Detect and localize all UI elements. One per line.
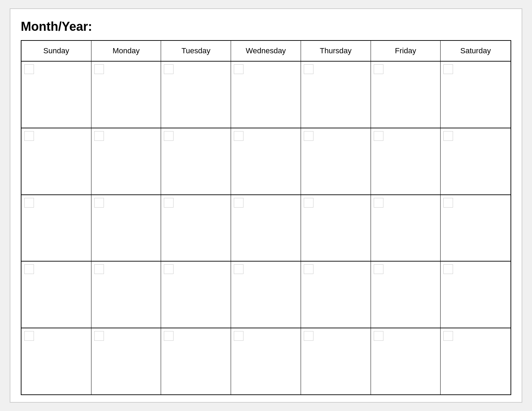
week-row-3 <box>21 195 511 262</box>
day-cell[interactable] <box>21 128 91 194</box>
date-number-box <box>234 198 243 208</box>
header-tuesday: Tuesday <box>161 41 231 61</box>
date-number-box <box>24 264 34 274</box>
day-cell[interactable] <box>301 328 371 394</box>
day-cell[interactable] <box>231 62 301 128</box>
day-cell[interactable] <box>301 195 371 261</box>
day-cell[interactable] <box>161 328 231 394</box>
day-cell[interactable] <box>231 195 301 261</box>
day-cell[interactable] <box>21 195 91 261</box>
day-cell[interactable] <box>371 62 441 128</box>
week-row-2 <box>21 128 511 195</box>
day-cell[interactable] <box>231 328 301 394</box>
date-number-box <box>443 64 453 74</box>
date-number-box <box>234 131 243 141</box>
date-number-box <box>164 331 174 341</box>
header-wednesday: Wednesday <box>231 41 301 61</box>
date-number-box <box>304 331 313 341</box>
calendar-grid: Sunday Monday Tuesday Wednesday Thursday… <box>21 40 511 395</box>
day-cell[interactable] <box>371 128 441 194</box>
day-cell[interactable] <box>301 262 371 328</box>
date-number-box <box>374 131 383 141</box>
date-number-box <box>94 264 104 274</box>
day-cell[interactable] <box>371 195 441 261</box>
day-cell[interactable] <box>371 328 441 394</box>
date-number-box <box>443 264 453 274</box>
page-title: Month/Year: <box>21 19 511 34</box>
day-cell[interactable] <box>91 128 161 194</box>
date-number-box <box>304 264 313 274</box>
calendar-body <box>21 62 511 394</box>
date-number-box <box>304 131 313 141</box>
date-number-box <box>94 64 104 74</box>
calendar-page: Month/Year: Sunday Monday Tuesday Wednes… <box>10 8 522 403</box>
header-sunday: Sunday <box>21 41 91 61</box>
day-cell[interactable] <box>91 195 161 261</box>
date-number-box <box>374 331 383 341</box>
day-cell[interactable] <box>441 262 511 328</box>
day-cell[interactable] <box>231 128 301 194</box>
date-number-box <box>94 331 104 341</box>
date-number-box <box>164 64 174 74</box>
date-number-box <box>374 198 383 208</box>
day-cell[interactable] <box>21 328 91 394</box>
date-number-box <box>94 131 104 141</box>
date-number-box <box>234 264 243 274</box>
date-number-box <box>443 198 453 208</box>
date-number-box <box>234 331 243 341</box>
header-saturday: Saturday <box>441 41 511 61</box>
week-row-4 <box>21 262 511 328</box>
day-cell[interactable] <box>301 128 371 194</box>
header-thursday: Thursday <box>301 41 371 61</box>
day-cell[interactable] <box>91 328 161 394</box>
date-number-box <box>164 198 174 208</box>
week-row-1 <box>21 62 511 128</box>
date-number-box <box>443 331 453 341</box>
date-number-box <box>164 131 174 141</box>
day-cell[interactable] <box>231 262 301 328</box>
date-number-box <box>304 198 313 208</box>
day-cell[interactable] <box>441 128 511 194</box>
date-number-box <box>24 198 34 208</box>
day-cell[interactable] <box>441 328 511 394</box>
day-cell[interactable] <box>91 62 161 128</box>
date-number-box <box>24 131 34 141</box>
date-number-box <box>304 64 313 74</box>
day-cell[interactable] <box>21 262 91 328</box>
date-number-box <box>443 131 453 141</box>
calendar-header: Sunday Monday Tuesday Wednesday Thursday… <box>21 41 511 62</box>
date-number-box <box>24 331 34 341</box>
day-cell[interactable] <box>161 62 231 128</box>
date-number-box <box>94 198 104 208</box>
day-cell[interactable] <box>441 195 511 261</box>
date-number-box <box>374 64 383 74</box>
header-friday: Friday <box>371 41 441 61</box>
date-number-box <box>374 264 383 274</box>
day-cell[interactable] <box>161 128 231 194</box>
header-monday: Monday <box>91 41 161 61</box>
day-cell[interactable] <box>161 262 231 328</box>
date-number-box <box>164 264 174 274</box>
day-cell[interactable] <box>301 62 371 128</box>
date-number-box <box>24 64 34 74</box>
day-cell[interactable] <box>91 262 161 328</box>
week-row-5 <box>21 328 511 394</box>
date-number-box <box>234 64 243 74</box>
day-cell[interactable] <box>441 62 511 128</box>
day-cell[interactable] <box>21 62 91 128</box>
day-cell[interactable] <box>371 262 441 328</box>
day-cell[interactable] <box>161 195 231 261</box>
